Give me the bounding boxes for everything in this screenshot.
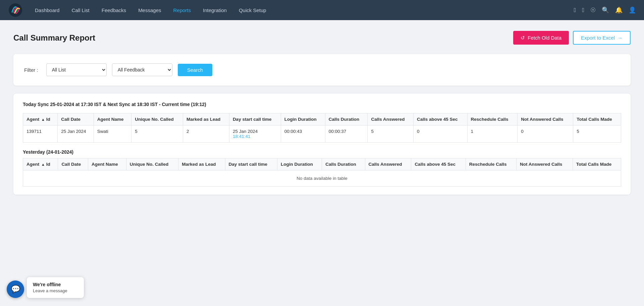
- export-arrow-icon: →: [618, 35, 623, 41]
- ycol-unique-no: Unique No. Called: [126, 158, 178, 170]
- cell-unique-no: 5: [131, 125, 183, 143]
- logo[interactable]: [8, 3, 23, 17]
- today-table: Agent ▲ Id Call Date Agent Name Unique N…: [23, 113, 621, 143]
- search-icon[interactable]: 🔍: [602, 6, 609, 14]
- col-calls-duration: Calls Duration: [325, 113, 368, 125]
- cell-login-duration: 00:00:43: [281, 125, 325, 143]
- col-reschedule: Reschedule Calls: [467, 113, 518, 125]
- data-card: Today Sync 25-01-2024 at 17:30 IST & Nex…: [13, 94, 631, 195]
- cell-calls-above-45: 0: [413, 125, 467, 143]
- ycol-calls-answered: Calls Answered: [365, 158, 411, 170]
- user-icon[interactable]: 👤: [629, 6, 636, 14]
- fetch-old-data-button[interactable]: ↺ Fetch Old Data: [513, 31, 569, 45]
- col-call-date: Call Date: [58, 113, 94, 125]
- fetch-label: Fetch Old Data: [528, 35, 561, 41]
- yesterday-table-head: Agent ▲ Id Call Date Agent Name Unique N…: [23, 158, 621, 170]
- col-login-duration: Login Duration: [281, 113, 325, 125]
- nav-links: Dashboard Call List Feedbacks Messages R…: [30, 5, 574, 16]
- table-row: 139711 25 Jan 2024 Swati 5 2 25 Jan 2024…: [23, 125, 621, 143]
- help-icon[interactable]: ☉: [590, 6, 596, 14]
- filter-label: Filter :: [24, 67, 38, 73]
- export-label: Export to Excel: [581, 35, 615, 41]
- export-to-excel-button[interactable]: Export to Excel →: [573, 31, 631, 45]
- filter-card: Filter : All List All Feedback Search: [13, 54, 631, 86]
- ycol-login-duration: Login Duration: [277, 158, 322, 170]
- yesterday-table: Agent ▲ Id Call Date Agent Name Unique N…: [23, 158, 621, 187]
- col-total-calls: Total Calls Made: [573, 113, 621, 125]
- col-not-answered: Not Answered Calls: [518, 113, 573, 125]
- list-filter-select[interactable]: All List: [46, 63, 107, 76]
- ycol-reschedule: Reschedule Calls: [466, 158, 516, 170]
- day-start-time-link[interactable]: 18:41:41: [233, 134, 251, 139]
- ycol-day-start: Day start call time: [225, 158, 277, 170]
- ycol-call-date: Call Date: [58, 158, 88, 170]
- col-agent-name: Agent Name: [94, 113, 131, 125]
- chat-icon: 💬: [11, 285, 20, 294]
- apple-icon[interactable]: : [582, 7, 584, 14]
- ycol-agent-name: Agent Name: [88, 158, 126, 170]
- chat-offline-text: We're offline: [33, 282, 78, 287]
- android-icon[interactable]: : [574, 7, 576, 14]
- search-button[interactable]: Search: [178, 64, 213, 76]
- chat-widget: 💬 We're offline Leave a message: [7, 277, 84, 298]
- cell-marked-lead: 2: [183, 125, 229, 143]
- bell-icon[interactable]: 🔔: [615, 6, 623, 14]
- header-actions: ↺ Fetch Old Data Export to Excel →: [513, 31, 631, 45]
- chat-popup: We're offline Leave a message: [27, 277, 84, 298]
- cell-day-start: 25 Jan 2024 18:41:41: [229, 125, 281, 143]
- yesterday-table-body: No data available in table: [23, 170, 621, 187]
- cell-total-calls: 5: [573, 125, 621, 143]
- chat-bubble-button[interactable]: 💬: [7, 280, 24, 298]
- nav-feedbacks[interactable]: Feedbacks: [96, 5, 131, 16]
- ycol-agent-id: Agent ▲ Id: [23, 158, 58, 170]
- nav-reports[interactable]: Reports: [168, 5, 197, 16]
- page-header: Call Summary Report ↺ Fetch Old Data Exp…: [13, 31, 631, 45]
- ycol-not-answered: Not Answered Calls: [517, 158, 573, 170]
- fetch-icon: ↺: [521, 35, 525, 41]
- cell-agent-id: 139711: [23, 125, 58, 143]
- cell-not-answered: 0: [518, 125, 573, 143]
- sync-info: Today Sync 25-01-2024 at 17:30 IST & Nex…: [23, 102, 621, 107]
- col-calls-answered: Calls Answered: [368, 113, 413, 125]
- cell-calls-duration: 00:00:37: [325, 125, 368, 143]
- ycol-calls-above: Calls above 45 Sec: [411, 158, 466, 170]
- cell-call-date: 25 Jan 2024: [58, 125, 94, 143]
- page-title: Call Summary Report: [13, 33, 95, 43]
- nav-quick-setup[interactable]: Quick Setup: [233, 5, 272, 16]
- today-table-body: 139711 25 Jan 2024 Swati 5 2 25 Jan 2024…: [23, 125, 621, 143]
- day-start-date: 25 Jan 2024: [233, 129, 258, 134]
- today-table-head: Agent ▲ Id Call Date Agent Name Unique N…: [23, 113, 621, 125]
- feedback-filter-select[interactable]: All Feedback: [112, 63, 172, 76]
- ycol-calls-duration: Calls Duration: [322, 158, 365, 170]
- col-unique-no: Unique No. Called: [131, 113, 183, 125]
- col-marked-lead: Marked as Lead: [183, 113, 229, 125]
- navbar: Dashboard Call List Feedbacks Messages R…: [0, 0, 644, 20]
- ycol-total-calls: Total Calls Made: [573, 158, 621, 170]
- nav-icons:   ☉ 🔍 🔔 👤: [574, 6, 636, 14]
- no-data-cell: No data available in table: [23, 170, 621, 187]
- cell-agent-name: Swati: [94, 125, 131, 143]
- ycol-marked-lead: Marked as Lead: [178, 158, 225, 170]
- nav-messages[interactable]: Messages: [133, 5, 166, 16]
- cell-reschedule: 1: [467, 125, 518, 143]
- no-data-row: No data available in table: [23, 170, 621, 187]
- nav-integration[interactable]: Integration: [198, 5, 232, 16]
- filter-row: Filter : All List All Feedback Search: [24, 63, 620, 76]
- page-content: Call Summary Report ↺ Fetch Old Data Exp…: [0, 20, 644, 205]
- cell-calls-answered: 5: [368, 125, 413, 143]
- col-calls-above: Calls above 45 Sec: [413, 113, 467, 125]
- col-agent-id: Agent ▲ Id: [23, 113, 58, 125]
- col-day-start: Day start call time: [229, 113, 281, 125]
- chat-leave-message[interactable]: Leave a message: [33, 288, 78, 293]
- yesterday-label: Yesterday (24-01-2024): [23, 149, 621, 155]
- nav-dashboard[interactable]: Dashboard: [30, 5, 65, 16]
- nav-call-list[interactable]: Call List: [66, 5, 95, 16]
